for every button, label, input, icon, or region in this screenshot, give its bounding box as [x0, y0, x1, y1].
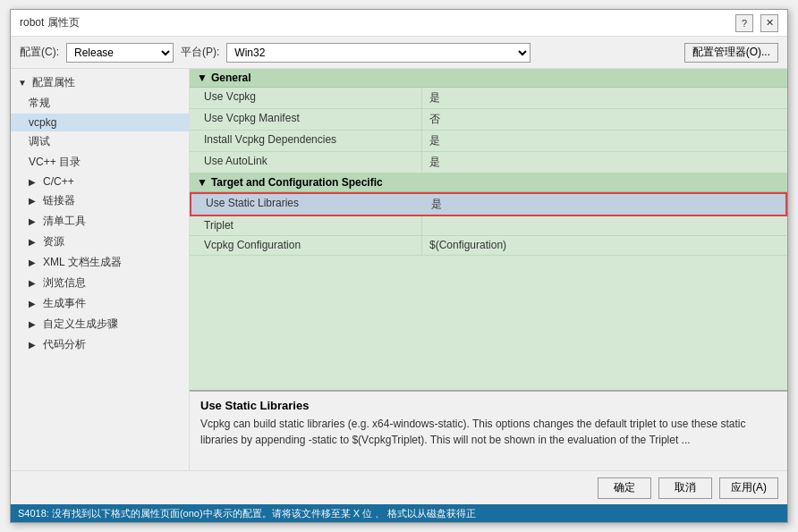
content-area: ▼ General Use Vcpkg 是 Use Vcpkg Manifest… — [190, 69, 787, 470]
prop-name: Use AutoLink — [190, 152, 422, 173]
close-button[interactable]: ✕ — [760, 14, 778, 32]
prop-row-use-vcpkg-manifest[interactable]: Use Vcpkg Manifest 否 — [190, 109, 787, 131]
config-bar: 配置(C): Release 平台(P): Win32 配置管理器(O)... — [11, 37, 787, 69]
description-title: Use Static Libraries — [200, 399, 777, 412]
button-bar: 确定 取消 应用(A) — [11, 470, 787, 504]
section-expand-icon: ▼ — [197, 72, 208, 84]
sidebar-item-label: 常规 — [29, 96, 50, 111]
prop-row-triplet[interactable]: Triplet — [190, 216, 787, 236]
sidebar-item-cpp[interactable]: ▶ C/C++ — [11, 173, 189, 190]
platform-select[interactable]: Win32 — [226, 43, 531, 63]
sidebar-item-label: vcpkg — [29, 116, 56, 129]
config-label: 配置(C): — [20, 45, 59, 60]
description-area: Use Static Libraries Vcpkg can build sta… — [190, 390, 787, 470]
prop-row-install-vcpkg[interactable]: Install Vcpkg Dependencies 是 — [190, 131, 787, 152]
cancel-button[interactable]: 取消 — [658, 477, 712, 499]
title-controls: ? ✕ — [735, 14, 778, 32]
expand-icon: ▶ — [29, 340, 39, 350]
sidebar-item-label: 浏览信息 — [43, 275, 86, 291]
prop-row-vcpkg-config[interactable]: Vcpkg Configuration $(Configuration) — [190, 236, 787, 256]
expand-icon: ▶ — [29, 196, 39, 206]
sidebar-item-label: 配置属性 — [32, 75, 75, 90]
sidebar-item-browse[interactable]: ▶ 浏览信息 — [11, 273, 189, 293]
expand-icon: ▶ — [29, 278, 39, 288]
sidebar-item-general[interactable]: 常规 — [11, 93, 189, 114]
sidebar-item-custom-steps[interactable]: ▶ 自定义生成步骤 — [11, 314, 189, 334]
sidebar-item-label: 链接器 — [43, 193, 75, 208]
prop-row-use-autolink[interactable]: Use AutoLink 是 — [190, 152, 787, 173]
description-text: Vcpkg can build static libraries (e.g. x… — [200, 416, 777, 448]
expand-icon: ▶ — [29, 299, 39, 308]
property-table: ▼ General Use Vcpkg 是 Use Vcpkg Manifest… — [190, 69, 787, 390]
platform-label: 平台(P): — [181, 45, 219, 60]
sidebar-item-config-props[interactable]: ▼ 配置属性 — [11, 72, 189, 93]
sidebar-item-vcpp-dirs[interactable]: VC++ 目录 — [11, 152, 189, 173]
dialog-title: robot 属性页 — [20, 15, 80, 30]
apply-button[interactable]: 应用(A) — [719, 477, 778, 499]
expand-icon: ▶ — [29, 258, 39, 267]
prop-name: Triplet — [190, 216, 422, 235]
title-bar: robot 属性页 ? ✕ — [11, 10, 787, 37]
section-header-target: ▼ Target and Configuration Specific — [190, 173, 787, 192]
prop-value: 是 — [422, 131, 787, 151]
main-area: ▼ 配置属性 常规 vcpkg 调试 VC++ 目录 ▶ C/C++ ▶ 链接器 — [11, 69, 787, 470]
sidebar-item-label: 生成事件 — [43, 296, 86, 311]
sidebar-item-label: 调试 — [29, 134, 50, 149]
prop-value — [422, 216, 787, 235]
sidebar-item-code-analysis[interactable]: ▶ 代码分析 — [11, 334, 189, 355]
expand-icon: ▶ — [29, 216, 39, 226]
prop-value: $(Configuration) — [422, 236, 787, 255]
prop-value: 是 — [422, 88, 787, 108]
expand-icon: ▼ — [18, 78, 29, 88]
sidebar-item-linker[interactable]: ▶ 链接器 — [11, 190, 189, 211]
prop-row-use-static-libs[interactable]: Use Static Libraries 是 — [190, 192, 787, 216]
prop-row-use-vcpkg[interactable]: Use Vcpkg 是 — [190, 88, 787, 109]
expand-icon: ▶ — [29, 237, 39, 247]
prop-name: Vcpkg Configuration — [190, 236, 422, 255]
section-header-general: ▼ General — [190, 69, 787, 88]
prop-value: 是 — [422, 152, 787, 173]
status-bar: S4018: 没有找到以下格式的属性页面(ono)中表示的配置。请将该文件移至某… — [11, 504, 787, 522]
config-select[interactable]: Release — [66, 43, 174, 63]
sidebar-item-manifest[interactable]: ▶ 清单工具 — [11, 211, 189, 232]
manage-config-button[interactable]: 配置管理器(O)... — [684, 43, 778, 63]
sidebar-item-label: 资源 — [43, 234, 64, 249]
sidebar-item-xml-gen[interactable]: ▶ XML 文档生成器 — [11, 252, 189, 273]
status-text: S4018: 没有找到以下格式的属性页面(ono)中表示的配置。请将该文件移至某… — [18, 507, 476, 520]
sidebar-item-label: XML 文档生成器 — [43, 255, 122, 270]
sidebar-item-label: 清单工具 — [43, 214, 86, 229]
help-button[interactable]: ? — [735, 14, 753, 32]
section-expand-icon: ▼ — [197, 176, 208, 189]
ok-button[interactable]: 确定 — [598, 477, 651, 499]
sidebar-item-label: 代码分析 — [43, 337, 86, 352]
section-label: General — [211, 72, 251, 84]
sidebar-item-resources[interactable]: ▶ 资源 — [11, 232, 189, 252]
prop-name: Use Vcpkg — [190, 88, 422, 108]
prop-name: Use Vcpkg Manifest — [190, 109, 422, 130]
prop-value: 否 — [422, 109, 787, 130]
sidebar: ▼ 配置属性 常规 vcpkg 调试 VC++ 目录 ▶ C/C++ ▶ 链接器 — [11, 69, 190, 470]
prop-name: Install Vcpkg Dependencies — [190, 131, 422, 151]
prop-name: Use Static Libraries — [191, 194, 424, 215]
sidebar-item-vcpkg[interactable]: vcpkg — [11, 114, 189, 131]
sidebar-item-label: C/C++ — [43, 175, 74, 188]
expand-icon: ▶ — [29, 319, 39, 329]
section-label: Target and Configuration Specific — [211, 176, 383, 189]
dialog-window: robot 属性页 ? ✕ 配置(C): Release 平台(P): Win3… — [10, 9, 788, 523]
sidebar-item-label: VC++ 目录 — [29, 155, 81, 170]
prop-value: 是 — [424, 194, 785, 215]
sidebar-item-build-events[interactable]: ▶ 生成事件 — [11, 293, 189, 314]
expand-icon: ▶ — [29, 177, 39, 187]
sidebar-item-debug[interactable]: 调试 — [11, 131, 189, 152]
sidebar-item-label: 自定义生成步骤 — [43, 317, 118, 332]
